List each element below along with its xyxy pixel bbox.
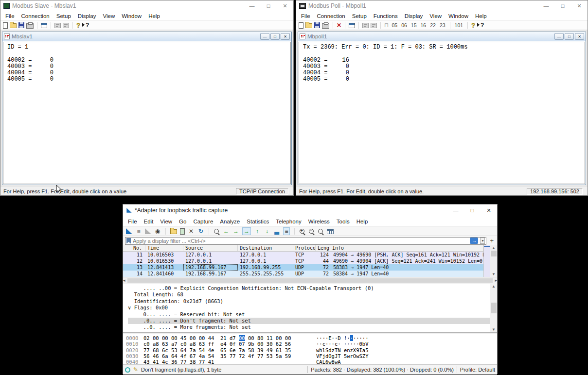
resize-columns-icon[interactable] [327, 229, 334, 234]
menu-display[interactable]: Display [401, 13, 427, 19]
packet-row-12[interactable]: 12 10.016530 127.0.0.1 127.0.0.1 TCP 44 … [123, 258, 483, 264]
scroll-down-icon[interactable]: ▼ [492, 327, 496, 332]
menu-connection[interactable]: Connection [18, 13, 53, 19]
details-vscrollbar[interactable]: ▲ ▼ [490, 284, 497, 332]
find-packet-icon[interactable] [214, 228, 220, 235]
mbpoll1-titlebar[interactable]: Mbpoll1 — □ ✕ [298, 32, 586, 41]
menu-go[interactable]: Go [176, 219, 190, 224]
go-last-icon[interactable]: ↓ [264, 228, 270, 235]
minimize-button[interactable]: — [538, 0, 554, 11]
function-06-button[interactable]: 06 [400, 22, 408, 28]
wireshark-titlebar[interactable]: *Adapter for loopback traffic capture — … [123, 205, 497, 216]
menu-setup[interactable]: Setup [349, 13, 370, 19]
save-file-icon[interactable] [18, 22, 24, 28]
doc-minimize-button[interactable]: — [554, 33, 564, 40]
close-capture-icon[interactable]: ✕ [188, 228, 195, 235]
detail-line-reserved-bit[interactable]: 0... .... = Reserved bit: Not set [128, 311, 490, 318]
scroll-down-icon[interactable]: ▼ [492, 272, 496, 277]
menu-wireless[interactable]: Wireless [305, 219, 333, 224]
detail-line-total-length[interactable]: Total Length: 68 [128, 291, 490, 298]
reload-icon[interactable]: ↻ [197, 228, 204, 235]
scroll-thumb[interactable] [491, 303, 497, 313]
display-setup-icon[interactable] [349, 23, 355, 28]
new-file-icon[interactable] [299, 22, 303, 29]
capture-comment-icon[interactable]: ✎ [133, 366, 138, 373]
column-info[interactable]: Info [330, 245, 483, 251]
new-file-icon[interactable] [3, 22, 8, 29]
comm-traffic-icon[interactable] [362, 23, 369, 28]
menu-view[interactable]: View [426, 13, 445, 19]
menu-capture[interactable]: Capture [190, 219, 216, 224]
auto-scroll-icon[interactable]: ▃ [273, 228, 280, 235]
menu-connection[interactable]: Connection [314, 13, 349, 19]
register-row[interactable]: 40005 = 0 [303, 76, 585, 83]
capture-file-properties-icon[interactable] [125, 367, 130, 373]
disconnect-icon[interactable]: ✕ [337, 22, 341, 29]
function-15-button[interactable]: 15 [410, 22, 418, 28]
doc-minimize-button[interactable]: — [260, 33, 269, 40]
register-row[interactable]: 40002 = 16 [303, 57, 585, 64]
hex-row-0010[interactable]: 0010 c0 a8 63 a7 c0 a8 63 ff e4 0f 07 9b… [126, 341, 497, 347]
open-file-icon[interactable] [305, 23, 312, 28]
doc-close-button[interactable]: ✕ [281, 33, 290, 40]
scroll-up-icon[interactable]: ▲ [492, 245, 496, 251]
help-icon[interactable]: ? [76, 22, 80, 29]
context-help-icon[interactable]: ? [82, 22, 89, 29]
column-protocol[interactable]: Protocol [293, 245, 316, 251]
menu-edit[interactable]: Edit [141, 219, 157, 224]
colorize-packets-icon[interactable]: ≡ [283, 227, 290, 235]
open-capture-icon[interactable] [170, 229, 177, 234]
menu-help[interactable]: Help [145, 13, 163, 19]
add-filter-button[interactable]: + [488, 237, 495, 244]
scroll-thumb[interactable] [127, 278, 493, 283]
filter-dropdown-icon[interactable]: ▾ [480, 238, 485, 244]
menu-functions[interactable]: Functions [370, 13, 401, 19]
context-help-icon[interactable]: ? [477, 22, 484, 29]
start-capture-icon[interactable] [126, 228, 132, 234]
mbslav1-titlebar[interactable]: Mbslav1 — □ ✕ [2, 32, 291, 41]
function-22-button[interactable]: 22 [429, 22, 437, 28]
doc-maximize-button[interactable]: □ [565, 33, 574, 40]
comm-log-icon[interactable] [63, 23, 69, 28]
menu-file[interactable]: File [298, 13, 314, 19]
menu-window[interactable]: Window [118, 13, 145, 19]
modbus-slave-titlebar[interactable]: Modbus Slave - Mbslav1 — □ ✕ [0, 0, 293, 11]
menu-view[interactable]: View [157, 219, 176, 224]
menu-file[interactable]: File [125, 219, 141, 224]
comm-log-icon[interactable] [371, 23, 377, 28]
hex-row-0000[interactable]: 0000 02 00 00 00 45 00 00 44 21 d7 00 00… [126, 335, 497, 341]
zoom-in-icon[interactable]: + [299, 228, 305, 235]
close-button[interactable]: ✕ [277, 0, 293, 11]
hex-row-0020[interactable]: 0020 77 68 6c 53 64 7a 54 4e 65 6e 7a 58… [126, 347, 497, 353]
hex-row-0040[interactable]: 0040 43 41 4c 36 77 38 77 41 CAL6w8wA [126, 359, 497, 364]
packet-list-vscrollbar[interactable]: ▲ ▼ [490, 245, 497, 277]
menu-telephony[interactable]: Telephony [272, 219, 304, 224]
maximize-button[interactable]: □ [554, 0, 571, 11]
help-icon[interactable]: ? [471, 22, 475, 29]
function-23-button[interactable]: 23 [439, 22, 446, 28]
apply-filter-icon[interactable]: → [470, 238, 478, 244]
save-file-icon[interactable] [314, 22, 320, 28]
doc-maximize-button[interactable]: □ [270, 33, 280, 40]
menu-help[interactable]: Help [472, 13, 490, 19]
column-length[interactable]: Length [316, 245, 330, 251]
menu-tools[interactable]: Tools [333, 219, 353, 224]
function-05-button[interactable]: 05 [391, 22, 398, 28]
function-16-button[interactable]: 16 [420, 22, 428, 28]
column-no[interactable]: No. [123, 245, 145, 251]
menu-statistics[interactable]: Statistics [243, 219, 272, 224]
display-setup-icon[interactable] [41, 23, 47, 28]
detail-line-dont-fragment-selected[interactable]: .0.. .... = Don't fragment: Not set [128, 318, 490, 324]
menu-setup[interactable]: Setup [53, 13, 74, 19]
detail-line-flags[interactable]: ∨ Flags: 0x00 [128, 305, 490, 311]
menu-help[interactable]: Help [353, 219, 372, 224]
menu-file[interactable]: File [2, 13, 18, 19]
packet-list-hscrollbar[interactable]: ◂ ▸ [123, 277, 497, 283]
scroll-right-icon[interactable]: ▸ [495, 278, 497, 283]
packet-row-14[interactable]: 14 12.841460 192.168.99.167 255.255.255.… [123, 271, 483, 277]
display-filter-field[interactable]: → ▾ [125, 237, 486, 245]
communication-101-button[interactable]: 101 [454, 22, 464, 28]
column-source[interactable]: Source [183, 245, 238, 251]
comm-traffic-icon[interactable] [54, 23, 61, 28]
packet-row-11[interactable]: 11 10.016503 127.0.0.1 127.0.0.1 TCP 124… [123, 252, 483, 258]
